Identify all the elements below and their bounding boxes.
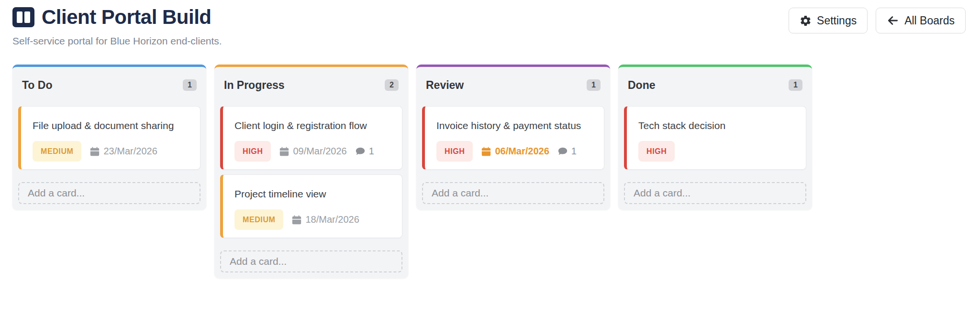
column-cards: File upload & document sharing MEDIUM 23… xyxy=(12,106,206,170)
calendar-icon xyxy=(279,146,290,157)
column-count-badge: 1 xyxy=(789,79,802,91)
gear-icon xyxy=(800,15,812,27)
comment-count: 1 xyxy=(355,146,374,157)
due-date: 09/Mar/2026 xyxy=(279,146,346,157)
card-title: Invoice history & payment status xyxy=(436,120,595,131)
column-count-badge: 1 xyxy=(183,79,197,91)
calendar-icon xyxy=(89,146,100,157)
settings-button-label: Settings xyxy=(817,14,857,27)
settings-button[interactable]: Settings xyxy=(789,8,868,33)
kanban-column-review: Review 1 Invoice history & payment statu… xyxy=(416,65,610,210)
column-title: Review xyxy=(426,79,464,91)
card-meta: HIGH 06/Mar/2026 1 xyxy=(436,141,595,162)
due-date: 18/Mar/2026 xyxy=(291,214,359,225)
column-header: In Progress 2 xyxy=(214,67,408,91)
kanban-column-done: Done 1 Tech stack decision HIGH Add a ca… xyxy=(618,65,812,210)
comment-count-text: 1 xyxy=(571,146,577,157)
kanban-board-icon xyxy=(12,7,34,27)
title-row: Client Portal Build xyxy=(12,7,222,28)
card-title: File upload & document sharing xyxy=(33,120,191,131)
column-header: To Do 1 xyxy=(12,67,206,91)
card-title: Project timeline view xyxy=(234,188,393,200)
due-date-text: 09/Mar/2026 xyxy=(293,146,346,157)
kanban-card[interactable]: File upload & document sharing MEDIUM 23… xyxy=(18,106,200,170)
comment-icon xyxy=(557,146,568,157)
board-subtitle: Self-service portal for Blue Horizon end… xyxy=(12,36,222,46)
kanban-card[interactable]: Project timeline view MEDIUM 18/Mar/2026 xyxy=(220,174,402,238)
add-card-button[interactable]: Add a card... xyxy=(624,182,806,204)
due-date: 06/Mar/2026 xyxy=(481,146,549,157)
all-boards-button[interactable]: All Boards xyxy=(876,8,966,33)
card-title: Tech stack decision xyxy=(638,120,797,131)
kanban-column-in-progress: In Progress 2 Client login & registratio… xyxy=(214,65,408,278)
column-title: Done xyxy=(628,79,656,91)
due-date-text: 06/Mar/2026 xyxy=(495,146,549,157)
column-cards: Invoice history & payment status HIGH 06… xyxy=(416,106,610,170)
card-meta: MEDIUM 23/Mar/2026 xyxy=(33,141,191,162)
priority-badge: MEDIUM xyxy=(234,209,283,230)
column-title: To Do xyxy=(22,79,52,91)
card-meta: HIGH xyxy=(638,141,797,162)
calendar-icon xyxy=(481,146,491,157)
add-card-button[interactable]: Add a card... xyxy=(422,182,604,204)
comment-count: 1 xyxy=(557,146,577,157)
header-actions: Settings All Boards xyxy=(789,7,966,33)
kanban-card[interactable]: Tech stack decision HIGH xyxy=(624,106,806,170)
add-card-button[interactable]: Add a card... xyxy=(18,182,200,204)
card-meta: HIGH 09/Mar/2026 1 xyxy=(234,141,393,162)
column-header: Review 1 xyxy=(416,67,610,91)
all-boards-button-label: All Boards xyxy=(904,14,955,27)
comment-icon xyxy=(355,146,366,157)
priority-badge: HIGH xyxy=(234,141,271,162)
kanban-card[interactable]: Client login & registration flow HIGH 09… xyxy=(220,106,402,170)
column-header: Done 1 xyxy=(618,67,812,91)
column-count-badge: 2 xyxy=(385,79,399,91)
comment-count-text: 1 xyxy=(369,146,374,157)
calendar-icon xyxy=(291,215,302,225)
column-count-badge: 1 xyxy=(587,79,601,91)
kanban-board: To Do 1 File upload & document sharing M… xyxy=(12,65,966,278)
due-date-text: 18/Mar/2026 xyxy=(305,214,359,225)
back-arrow-icon xyxy=(887,14,899,27)
card-title: Client login & registration flow xyxy=(234,120,393,131)
column-title: In Progress xyxy=(224,79,285,91)
column-cards: Tech stack decision HIGH xyxy=(618,106,812,170)
page-title: Client Portal Build xyxy=(42,7,212,28)
add-card-button[interactable]: Add a card... xyxy=(220,250,402,272)
due-date-text: 23/Mar/2026 xyxy=(103,146,157,157)
due-date: 23/Mar/2026 xyxy=(89,146,157,157)
board-header-left: Client Portal Build Self-service portal … xyxy=(12,7,222,46)
kanban-card[interactable]: Invoice history & payment status HIGH 06… xyxy=(422,106,604,170)
priority-badge: HIGH xyxy=(436,141,473,162)
app-page: Client Portal Build Self-service portal … xyxy=(0,0,980,278)
card-meta: MEDIUM 18/Mar/2026 xyxy=(234,209,393,230)
column-cards: Client login & registration flow HIGH 09… xyxy=(214,106,408,238)
priority-badge: MEDIUM xyxy=(33,141,81,162)
priority-badge: HIGH xyxy=(638,141,675,162)
kanban-column-to-do: To Do 1 File upload & document sharing M… xyxy=(12,65,206,210)
board-header: Client Portal Build Self-service portal … xyxy=(12,7,966,46)
